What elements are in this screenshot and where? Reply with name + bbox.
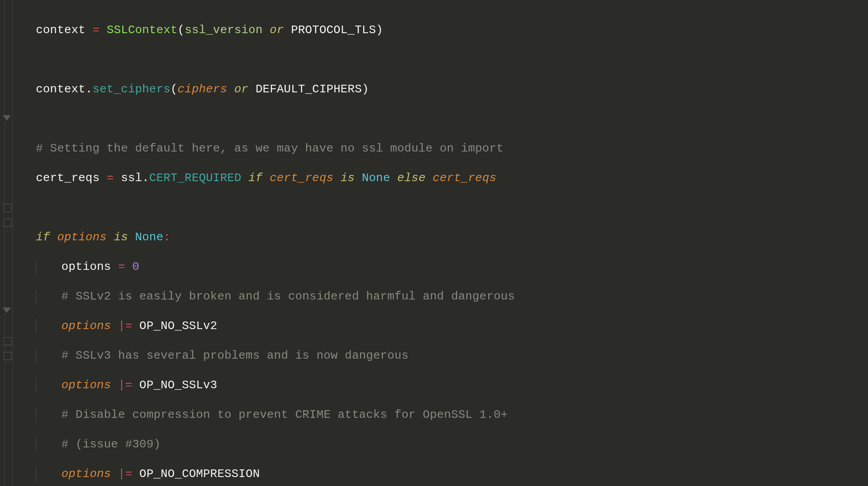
code-line[interactable]: cert_reqs = ssl.CERT_REQUIRED if cert_re… bbox=[36, 171, 667, 186]
code-area[interactable]: context = SSLContext(ssl_version or PROT… bbox=[36, 8, 667, 486]
code-line[interactable]: context = SSLContext(ssl_version or PROT… bbox=[36, 23, 667, 38]
code-line[interactable]: # SSLv2 is easily broken and is consider… bbox=[36, 289, 667, 304]
code-editor[interactable]: context = SSLContext(ssl_version or PROT… bbox=[0, 0, 868, 486]
fold-marker-icon[interactable] bbox=[4, 219, 12, 227]
code-line[interactable]: # Setting the default here, as we may ha… bbox=[36, 141, 667, 156]
code-line[interactable]: context.set_ciphers(ciphers or DEFAULT_C… bbox=[36, 82, 667, 97]
fold-marker-icon[interactable] bbox=[3, 308, 11, 313]
fold-marker-icon[interactable] bbox=[4, 337, 12, 345]
code-line[interactable]: options |= OP_NO_SSLv3 bbox=[36, 378, 667, 393]
fold-marker-icon[interactable] bbox=[4, 204, 12, 212]
code-line[interactable]: # (issue #309) bbox=[36, 437, 667, 452]
code-line[interactable]: options = 0 bbox=[36, 260, 667, 274]
fold-marker-icon[interactable] bbox=[3, 115, 11, 121]
code-line[interactable]: # Disable compression to prevent CRIME a… bbox=[36, 408, 667, 422]
code-line[interactable] bbox=[36, 112, 667, 126]
code-line[interactable] bbox=[36, 200, 667, 215]
code-line[interactable]: options |= OP_NO_SSLv2 bbox=[36, 319, 667, 334]
gutter bbox=[0, 0, 22, 486]
fold-marker-icon[interactable] bbox=[4, 352, 12, 360]
code-line[interactable]: options |= OP_NO_COMPRESSION bbox=[36, 467, 667, 482]
code-line[interactable]: if options is None: bbox=[36, 230, 667, 245]
code-line[interactable]: # SSLv3 has several problems and is now … bbox=[36, 348, 667, 363]
code-line[interactable] bbox=[36, 52, 667, 67]
